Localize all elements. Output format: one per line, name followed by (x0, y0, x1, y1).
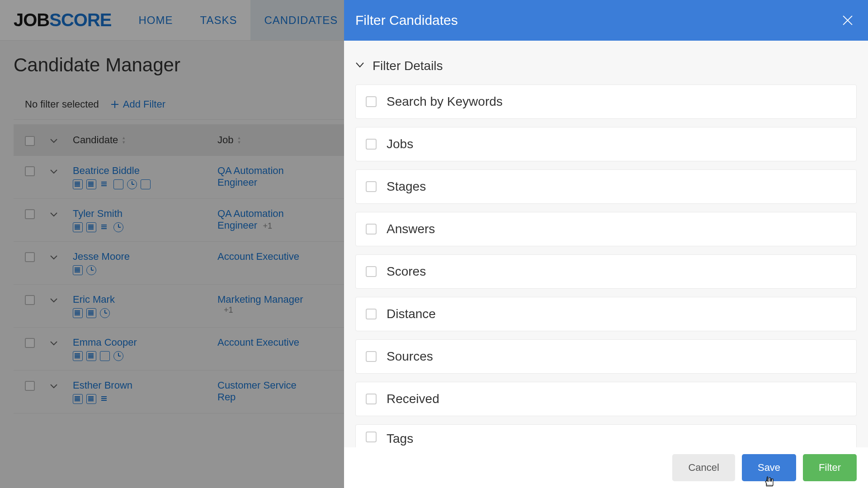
filter-section-sources[interactable]: Sources (355, 339, 857, 374)
chevron-down-icon (355, 62, 364, 70)
drawer-body: Filter Details Search by Keywords Jobs S… (344, 41, 868, 447)
filter-details-label: Filter Details (373, 59, 443, 73)
filter-section-tags[interactable]: Tags (355, 424, 857, 447)
filter-button[interactable]: Filter (803, 454, 857, 481)
filter-section-jobs[interactable]: Jobs (355, 127, 857, 161)
save-button[interactable]: Save (742, 454, 796, 481)
filter-section-keywords[interactable]: Search by Keywords (355, 84, 857, 119)
filter-section-scores[interactable]: Scores (355, 254, 857, 289)
filter-checkbox[interactable] (366, 181, 377, 192)
drawer-title: Filter Candidates (355, 13, 458, 28)
filter-checkbox[interactable] (366, 309, 377, 319)
filter-checkbox[interactable] (366, 139, 377, 150)
filter-checkbox[interactable] (366, 394, 377, 404)
drawer-footer: Cancel Save Filter (344, 447, 868, 488)
filter-details-toggle[interactable]: Filter Details (355, 50, 857, 84)
drawer-header: Filter Candidates (344, 0, 868, 41)
filter-checkbox[interactable] (366, 432, 377, 442)
cancel-button[interactable]: Cancel (672, 454, 735, 481)
filter-checkbox[interactable] (366, 266, 377, 277)
filter-checkbox[interactable] (366, 224, 377, 235)
filter-checkbox[interactable] (366, 351, 377, 362)
filter-section-answers[interactable]: Answers (355, 212, 857, 246)
close-icon[interactable] (841, 14, 854, 27)
filter-section-distance[interactable]: Distance (355, 297, 857, 331)
filter-drawer: Filter Candidates Filter Details Search … (344, 0, 868, 488)
filter-section-received[interactable]: Received (355, 382, 857, 416)
filter-section-stages[interactable]: Stages (355, 169, 857, 204)
filter-checkbox[interactable] (366, 96, 377, 107)
